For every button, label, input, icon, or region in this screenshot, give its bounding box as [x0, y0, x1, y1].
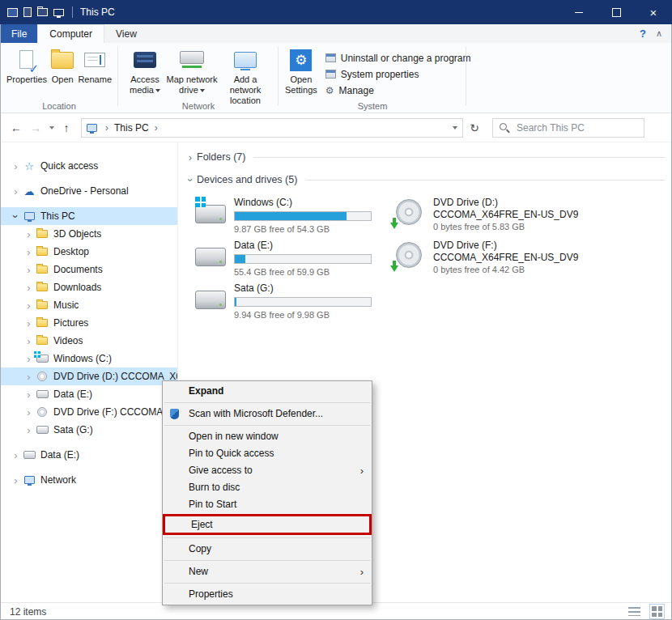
- sidebar-item-windows-c[interactable]: › Windows (C:): [0, 350, 177, 367]
- menu-item-label: Scan with Microsoft Defender...: [189, 408, 323, 419]
- sidebar-item-documents[interactable]: › Documents: [0, 261, 177, 278]
- sidebar-item-data-e[interactable]: › Data (E:): [0, 385, 177, 403]
- chevron-right-icon[interactable]: ›: [23, 317, 35, 329]
- sidebar-item-onedrive[interactable]: › ☁ OneDrive - Personal: [0, 182, 177, 200]
- menu-item-eject[interactable]: Eject: [165, 516, 369, 533]
- open-button[interactable]: Open: [47, 46, 78, 85]
- menu-item-pin-to-start[interactable]: Pin to Start: [163, 496, 372, 513]
- chevron-down-icon[interactable]: ›: [185, 173, 197, 186]
- help-icon[interactable]: ?: [640, 28, 646, 40]
- chevron-right-icon[interactable]: ›: [23, 424, 35, 436]
- chevron-right-icon[interactable]: ›: [23, 406, 35, 418]
- chevron-right-icon[interactable]: ›: [23, 371, 35, 383]
- refresh-button[interactable]: ↻: [463, 117, 486, 138]
- sidebar-item-label: This PC: [40, 210, 75, 222]
- devices-group-header[interactable]: › Devices and drives (5): [184, 172, 666, 188]
- large-icons-view-icon[interactable]: [652, 606, 662, 617]
- chevron-right-icon[interactable]: ›: [23, 389, 35, 401]
- address-dropdown-caret[interactable]: [451, 122, 457, 134]
- back-button[interactable]: ←: [6, 117, 26, 138]
- menu-item-label: Pin to Quick access: [189, 448, 274, 459]
- add-network-location-button[interactable]: Add a network location: [219, 46, 272, 106]
- folders-group-header[interactable]: › Folders (7): [184, 149, 666, 165]
- collapse-ribbon-icon[interactable]: ∧: [656, 28, 662, 39]
- chevron-right-icon[interactable]: ›: [184, 151, 197, 163]
- drive-tile-dvd-f[interactable]: DVD Drive (F:) CCCOMA_X64FRE_EN-US_DV9 0…: [393, 239, 592, 282]
- breadcrumb-chevron-icon: ›: [101, 122, 113, 134]
- menu-item-properties[interactable]: Properties: [163, 586, 372, 603]
- menu-item-label: Burn to disc: [189, 482, 240, 493]
- details-view-icon[interactable]: [628, 607, 640, 616]
- chevron-expanded-icon[interactable]: ›: [10, 210, 22, 223]
- dvd-disc-icon: [396, 242, 422, 268]
- sidebar-item-downloads[interactable]: › Downloads: [0, 278, 177, 296]
- sidebar-item-pictures[interactable]: › Pictures: [0, 314, 177, 332]
- properties-button[interactable]: Properties: [6, 46, 47, 85]
- sidebar-item-desktop[interactable]: › Desktop: [0, 243, 177, 261]
- drive-tile-data-e[interactable]: Data (E:) 55.4 GB free of 59.9 GB: [194, 239, 393, 282]
- tab-file[interactable]: File: [1, 24, 37, 43]
- open-settings-button[interactable]: ⚙ Open Settings: [285, 46, 317, 96]
- new-folder-qat-icon[interactable]: [37, 8, 48, 16]
- search-box[interactable]: [492, 118, 644, 138]
- map-network-drive-button[interactable]: Map network drive: [165, 46, 219, 96]
- drive-tile-windows-c[interactable]: Windows (C:) 9.87 GB free of 54.3 GB: [194, 196, 393, 239]
- sidebar-item-dvd-drive-f[interactable]: › DVD Drive (F:) CCCOMA_X64F: [0, 403, 177, 421]
- minimize-icon: [575, 12, 583, 13]
- window-title: This PC: [80, 6, 115, 18]
- drive-tile-dvd-d[interactable]: DVD Drive (D:) CCCOMA_X64FRE_EN-US_DV9 0…: [393, 196, 592, 239]
- system-properties-button[interactable]: System properties: [325, 68, 471, 80]
- chevron-right-icon[interactable]: ›: [23, 228, 35, 240]
- menu-item-pin-quick-access[interactable]: Pin to Quick access: [163, 445, 372, 462]
- sidebar-item-network[interactable]: › Network: [0, 471, 177, 489]
- system-properties-label: System properties: [341, 69, 419, 80]
- menu-item-burn-to-disc[interactable]: Burn to disc: [163, 479, 372, 496]
- chevron-right-icon[interactable]: ›: [10, 474, 22, 486]
- sidebar-item-3d-objects[interactable]: › 3D Objects: [0, 225, 177, 243]
- tab-view[interactable]: View: [104, 24, 148, 43]
- menu-item-copy[interactable]: Copy: [163, 541, 372, 558]
- sidebar-item-quick-access[interactable]: › ☆ Quick access: [0, 157, 177, 175]
- recent-locations-caret[interactable]: [45, 117, 57, 138]
- menu-item-scan-defender[interactable]: Scan with Microsoft Defender...: [163, 406, 372, 423]
- chevron-right-icon[interactable]: ›: [23, 246, 35, 258]
- menu-item-new[interactable]: New ›: [163, 563, 372, 580]
- maximize-button[interactable]: [598, 0, 635, 24]
- titlebar[interactable]: This PC ×: [0, 0, 672, 24]
- chevron-right-icon[interactable]: ›: [23, 353, 35, 365]
- drive-tile-sata-g[interactable]: Sata (G:) 9.94 GB free of 9.98 GB: [194, 282, 393, 325]
- rename-button[interactable]: Rename: [78, 46, 112, 85]
- chevron-right-icon[interactable]: ›: [23, 335, 35, 347]
- search-input[interactable]: [515, 121, 644, 134]
- manage-button[interactable]: ⚙ Manage: [325, 84, 471, 96]
- menu-item-expand[interactable]: Expand: [163, 383, 372, 400]
- up-button[interactable]: ↑: [57, 117, 76, 138]
- sidebar-item-this-pc[interactable]: › This PC: [0, 207, 177, 225]
- chevron-right-icon[interactable]: ›: [10, 160, 22, 172]
- address-box[interactable]: › This PC ›: [81, 118, 463, 138]
- properties-qat-icon[interactable]: [23, 7, 32, 17]
- computer-qat-icon[interactable]: [53, 9, 64, 16]
- sidebar-item-data-e-root[interactable]: › Data (E:): [0, 446, 177, 464]
- sidebar-item-dvd-drive-d[interactable]: › DVD Drive (D:) CCCOMA_X64FRE: [0, 367, 177, 385]
- access-media-button[interactable]: Access media: [125, 46, 165, 96]
- chevron-right-icon[interactable]: ›: [10, 449, 22, 461]
- menu-item-give-access-to[interactable]: Give access to ›: [163, 462, 372, 479]
- chevron-right-icon[interactable]: ›: [23, 299, 35, 312]
- close-button[interactable]: ×: [635, 0, 672, 24]
- quick-access-toolbar: [0, 6, 75, 18]
- forward-button[interactable]: →: [26, 117, 45, 138]
- uninstall-program-button[interactable]: Uninstall or change a program: [325, 52, 471, 64]
- manage-icon: ⚙: [325, 86, 334, 96]
- menu-item-open-new-window[interactable]: Open in new window: [163, 428, 372, 445]
- chevron-right-icon[interactable]: ›: [10, 185, 22, 197]
- tab-computer[interactable]: Computer: [37, 24, 104, 43]
- sidebar-item-music[interactable]: › Music: [0, 296, 177, 314]
- add-network-location-icon: [234, 52, 257, 68]
- chevron-right-icon[interactable]: ›: [23, 282, 35, 294]
- sidebar-item-videos[interactable]: › Videos: [0, 332, 177, 350]
- chevron-right-icon[interactable]: ›: [23, 264, 35, 276]
- sidebar-item-sata-g[interactable]: › Sata (G:): [0, 421, 177, 439]
- breadcrumb-this-pc[interactable]: This PC: [113, 122, 151, 134]
- minimize-button[interactable]: [560, 0, 598, 24]
